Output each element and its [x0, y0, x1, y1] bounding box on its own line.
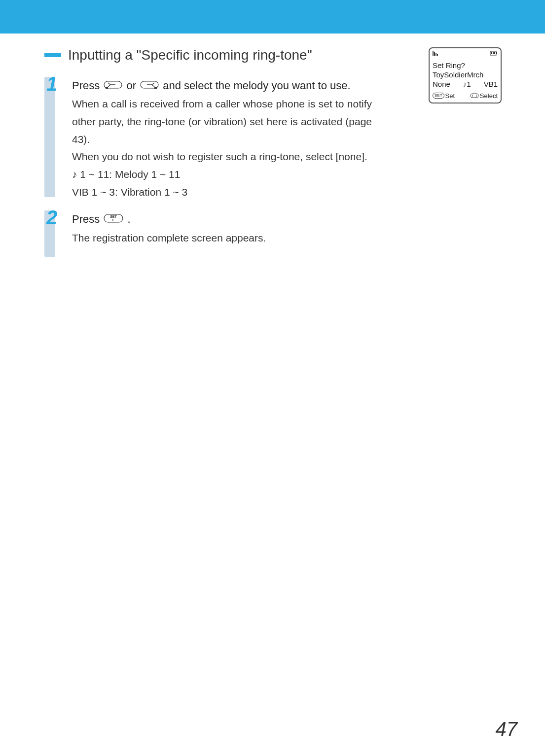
- section-title: Inputting a "Specific incoming ring-tone…: [68, 47, 312, 63]
- svg-rect-15: [494, 52, 495, 54]
- page-number: 47: [496, 718, 518, 740]
- step-2-lead-a: Press: [72, 213, 103, 225]
- phone-title: Set Ring?: [432, 61, 499, 70]
- softkey-right-label: Select: [480, 92, 498, 100]
- svg-text:F: F: [112, 218, 115, 222]
- step-2-body-1: The registration complete screen appears…: [72, 229, 372, 247]
- step-1-lead-c: and select the melody you want to use.: [163, 79, 350, 92]
- softkey-right: Select: [470, 92, 498, 100]
- step-1-lead: Press or and select th: [72, 77, 372, 95]
- step-2-lead: Press SET F .: [72, 210, 372, 229]
- step-1-number: 1: [44, 73, 59, 95]
- softkey-left-label: Set: [445, 92, 455, 100]
- section-dash-icon: [44, 53, 61, 57]
- phone-opt-m1: ♪1: [463, 80, 471, 88]
- svg-rect-9: [436, 53, 436, 56]
- music-note-icon: ♪: [72, 169, 77, 180]
- step-1-body-1: When a call is received from a caller wh…: [72, 95, 372, 148]
- left-arrow-key-icon: [104, 77, 122, 95]
- phone-line2: ToySoldierMrch: [432, 70, 499, 80]
- signal-icon: [433, 50, 439, 57]
- step-1-lead-a: Press: [72, 79, 103, 92]
- right-arrow-key-icon: [140, 77, 159, 95]
- svg-rect-7: [433, 51, 434, 56]
- svg-text:SET: SET: [110, 215, 117, 218]
- phone-opt-none: None: [433, 80, 450, 88]
- svg-rect-13: [491, 52, 492, 54]
- softkey-left: SET Set: [433, 92, 455, 100]
- step-1-lead-b: or: [126, 79, 139, 92]
- svg-rect-10: [437, 54, 438, 56]
- set-f-key-icon: SET F: [104, 211, 123, 229]
- step-2: 2 Press SET F . The registration complet…: [44, 210, 501, 246]
- svg-rect-1: [106, 87, 108, 89]
- step-2-number: 2: [44, 206, 59, 229]
- step-2-lead-b: .: [127, 213, 130, 225]
- arrows-lr-icon: [470, 92, 479, 100]
- svg-rect-12: [496, 52, 497, 54]
- svg-rect-3: [154, 87, 157, 89]
- step-1-vib-line: VIB 1 ~ 3: Vibration 1 ~ 3: [72, 183, 372, 201]
- top-blue-bar: [0, 0, 545, 34]
- battery-icon: [490, 50, 498, 57]
- svg-rect-14: [493, 52, 494, 54]
- svg-rect-16: [471, 94, 478, 98]
- step-1-body-2: When you do not wish to register such a …: [72, 148, 372, 166]
- phone-opt-vb1: VB1: [484, 80, 498, 88]
- svg-rect-8: [434, 52, 435, 56]
- step-1-melody-line: ♪ 1 ~ 11: Melody 1 ~ 11: [72, 166, 372, 183]
- softkey-left-badge: SET: [433, 93, 444, 99]
- phone-screen-mock: Set Ring? ToySoldierMrch None ♪1 VB1 SET…: [429, 47, 502, 103]
